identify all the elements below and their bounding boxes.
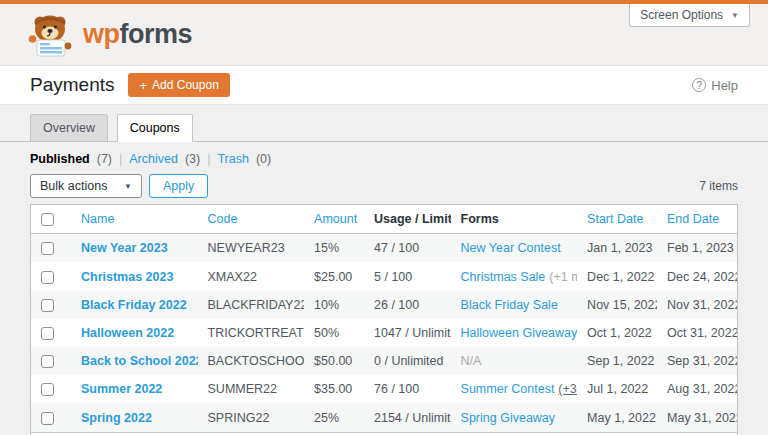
- coupon-amount: 50%: [314, 326, 339, 340]
- column-header-end-date[interactable]: End Date: [667, 212, 719, 226]
- table-row: Black Friday 2022BLACKFRIDAY2210%26 / 10…: [31, 291, 737, 319]
- start-date: Sep 1, 2022: [587, 354, 654, 368]
- logo-wordmark: wpforms: [83, 19, 192, 50]
- screen-options-label: Screen Options: [640, 8, 723, 22]
- view-trash-link[interactable]: Trash: [217, 152, 249, 166]
- coupon-name-link[interactable]: Halloween 2022: [81, 326, 174, 340]
- end-date: Aug 31, 2022: [667, 382, 737, 396]
- coupon-usage: 0 / Unlimited: [374, 354, 443, 368]
- end-date: Sep 31, 2022: [667, 354, 737, 368]
- chevron-down-icon: ▼: [731, 11, 739, 20]
- coupon-name-link[interactable]: New Year 2023: [81, 241, 168, 255]
- row-checkbox[interactable]: [41, 242, 54, 255]
- tab-overview[interactable]: Overview: [30, 114, 108, 142]
- form-more-link[interactable]: (+3 more): [558, 382, 577, 396]
- coupon-code: XMAX22: [208, 270, 257, 284]
- row-checkbox[interactable]: [41, 383, 54, 396]
- coupons-table: NameCodeAmountUsage / LimitFormsStart Da…: [30, 204, 738, 435]
- coupon-code: NEWYEAR23: [208, 241, 285, 255]
- logo-forms-text: forms: [120, 19, 193, 49]
- start-date: Jul 1, 2022: [587, 382, 648, 396]
- start-date: Oct 1, 2022: [587, 326, 652, 340]
- logo-wp-text: wp: [83, 19, 120, 49]
- bear-mascot-icon: [28, 13, 74, 57]
- row-checkbox[interactable]: [41, 271, 54, 284]
- column-header-code[interactable]: Code: [208, 212, 238, 226]
- chevron-down-icon: ▼: [124, 182, 132, 191]
- coupon-form-link[interactable]: Spring Giveaway: [461, 411, 556, 425]
- coupon-amount: 25%: [314, 411, 339, 425]
- tab-coupons[interactable]: Coupons: [117, 114, 193, 142]
- bulk-actions-label: Bulk actions: [40, 179, 107, 193]
- coupon-code: BACKTOSCHOOL22: [208, 354, 305, 368]
- row-checkbox[interactable]: [41, 299, 54, 312]
- view-archived-link[interactable]: Archived: [129, 152, 178, 166]
- coupon-form-na: N/A: [461, 354, 482, 368]
- coupon-usage: 5 / 100: [374, 270, 412, 284]
- top-header-row: NameCodeAmountUsage / LimitFormsStart Da…: [31, 205, 737, 234]
- coupon-form-link[interactable]: Halloween Giveaway: [461, 326, 578, 340]
- view-published-count: (7): [97, 152, 112, 166]
- column-header-amount[interactable]: Amount: [314, 212, 357, 226]
- column-header-forms: Forms: [461, 212, 499, 226]
- end-date: May 31, 2022: [667, 411, 737, 425]
- start-date: Nov 15, 2022: [587, 298, 657, 312]
- coupon-usage: 1047 / Unlimited: [374, 326, 451, 340]
- coupon-amount: $25.00: [314, 270, 352, 284]
- coupon-usage: 47 / 100: [374, 241, 419, 255]
- tab-bar: Overview Coupons: [0, 105, 768, 142]
- items-count: 7 items: [699, 179, 738, 193]
- page-title: Payments: [30, 74, 114, 96]
- coupon-form-link[interactable]: Christmas Sale: [461, 270, 546, 284]
- end-date: Nov 31, 2022: [667, 298, 737, 312]
- table-row: New Year 2023NEWYEAR2315%47 / 100New Yea…: [31, 234, 737, 263]
- select-all-checkbox[interactable]: [41, 213, 54, 226]
- apply-button[interactable]: Apply: [149, 174, 208, 198]
- coupon-code: TRICKORTREAT22: [208, 326, 305, 340]
- table-row: Halloween 2022TRICKORTREAT2250%1047 / Un…: [31, 319, 737, 347]
- coupon-form-link[interactable]: Black Friday Sale: [461, 298, 558, 312]
- end-date: Dec 24, 2022: [667, 270, 737, 284]
- plus-icon: +: [139, 79, 147, 92]
- table-row: Back to School 2022BACKTOSCHOOL22$50.000…: [31, 347, 737, 375]
- coupon-name-link[interactable]: Back to School 2022: [81, 354, 198, 368]
- coupon-form-link[interactable]: New Year Contest: [461, 241, 561, 255]
- coupon-usage: 76 / 100: [374, 382, 419, 396]
- coupon-usage: 2154 / Unlimited: [374, 411, 451, 425]
- row-checkbox[interactable]: [41, 327, 54, 340]
- help-link[interactable]: ? Help: [692, 78, 738, 93]
- coupon-amount: 15%: [314, 241, 339, 255]
- view-published-link[interactable]: Published: [30, 152, 90, 166]
- coupon-form-link[interactable]: Summer Contest: [461, 382, 555, 396]
- coupon-name-link[interactable]: Summer 2022: [81, 382, 162, 396]
- table-row: Summer 2022SUMMER22$35.0076 / 100Summer …: [31, 375, 737, 403]
- add-coupon-button[interactable]: + Add Coupon: [128, 73, 229, 97]
- form-more-link: (+1 more): [549, 270, 577, 284]
- coupon-name-link[interactable]: Christmas 2023: [81, 270, 173, 284]
- row-checkbox[interactable]: [41, 412, 54, 425]
- view-filter-links: Published (7) | Archived (3) | Trash (0): [30, 152, 738, 166]
- coupon-usage: 26 / 100: [374, 298, 419, 312]
- page-heading-bar: Payments + Add Coupon ? Help: [0, 66, 768, 105]
- view-trash-count: (0): [256, 152, 271, 166]
- add-coupon-label: Add Coupon: [152, 78, 219, 92]
- start-date: Dec 1, 2022: [587, 270, 654, 284]
- row-checkbox[interactable]: [41, 355, 54, 368]
- column-header-name[interactable]: Name: [81, 212, 114, 226]
- end-date: Oct 31, 2022: [667, 326, 737, 340]
- table-row: Spring 2022SPRING2225%2154 / UnlimitedSp…: [31, 403, 737, 432]
- coupon-amount: 10%: [314, 298, 339, 312]
- content-area: Overview Coupons Published (7) | Archive…: [0, 105, 768, 435]
- help-icon: ?: [692, 78, 706, 92]
- column-header-usage-limit: Usage / Limit: [374, 212, 451, 226]
- screen-options-button[interactable]: Screen Options ▼: [629, 4, 750, 27]
- coupon-name-link[interactable]: Black Friday 2022: [81, 298, 187, 312]
- view-archived-count: (3): [185, 152, 200, 166]
- bulk-actions-select[interactable]: Bulk actions ▼: [30, 174, 142, 198]
- column-header-start-date[interactable]: Start Date: [587, 212, 643, 226]
- coupon-name-link[interactable]: Spring 2022: [81, 411, 152, 425]
- help-label: Help: [711, 78, 738, 93]
- coupon-code: SPRING22: [208, 411, 270, 425]
- start-date: Jan 1, 2023: [587, 241, 652, 255]
- end-date: Feb 1, 2023: [667, 241, 734, 255]
